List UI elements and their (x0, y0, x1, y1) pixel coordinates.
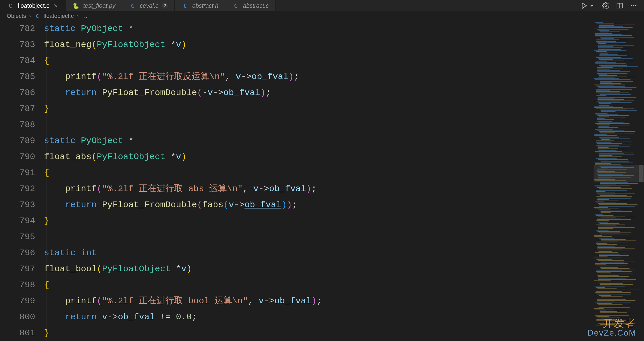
breadcrumb-ellipsis[interactable]: … (82, 13, 88, 19)
settings-button[interactable] (602, 2, 609, 9)
minimap[interactable] (593, 21, 644, 341)
code-line[interactable]: float_bool(PyFloatObject *v) (44, 261, 593, 277)
line-number: 785 (0, 69, 35, 85)
indent-guide (47, 21, 47, 341)
code-line[interactable]: static int (44, 245, 593, 261)
editor-actions (574, 2, 644, 9)
tab-abstract-h[interactable]: Cabstract.h (175, 0, 225, 11)
code-line[interactable]: { (44, 165, 593, 181)
tab-test_float-py[interactable]: 🐍test_float.py (66, 0, 122, 11)
line-number: 794 (0, 213, 35, 229)
code-line[interactable]: } (44, 213, 593, 229)
text-editor[interactable]: 7827837847857867877887897907917927937947… (0, 21, 593, 341)
line-number: 793 (0, 197, 35, 213)
tab-label: floatobject.c (18, 2, 49, 9)
line-number: 788 (0, 117, 35, 133)
code-line[interactable]: return v->ob_fval != 0.0; (44, 309, 593, 325)
line-number: 800 (0, 309, 35, 325)
tab-label: ceval.c (140, 2, 159, 9)
tab-label: abstract.h (192, 2, 218, 9)
editor-area: 7827837847857867877887897907917927937947… (0, 21, 644, 341)
svg-point-7 (633, 5, 634, 6)
code-line[interactable]: printf("%.2lf 正在进行取 bool 运算\n", v->ob_fv… (44, 293, 593, 309)
line-number: 797 (0, 261, 35, 277)
line-number: 799 (0, 293, 35, 309)
line-number: 798 (0, 277, 35, 293)
close-tab-icon[interactable] (53, 3, 59, 9)
breadcrumb-seg-folder[interactable]: Objects (7, 13, 26, 19)
line-number: 790 (0, 149, 35, 165)
tab-label: test_float.py (83, 2, 115, 9)
code-line[interactable]: static PyObject * (44, 21, 593, 37)
scrollbar-thumb[interactable] (639, 165, 643, 182)
tab-abstract-c[interactable]: Cabstract.c (225, 0, 276, 11)
line-number: 786 (0, 85, 35, 101)
c-file-icon: C (34, 13, 40, 19)
code-line[interactable]: return PyFloat_FromDouble(fabs(v->ob_fva… (44, 197, 593, 213)
code-line[interactable]: float_abs(PyFloatObject *v) (44, 149, 593, 165)
c-file-icon: C (232, 2, 239, 9)
svg-point-6 (631, 5, 632, 6)
run-button[interactable] (580, 2, 595, 9)
code-line[interactable]: return PyFloat_FromDouble(-v->ob_fval); (44, 85, 593, 101)
code-line[interactable]: { (44, 53, 593, 69)
code-line[interactable] (44, 229, 593, 245)
tab-bar: Cfloatobject.c🐍test_float.pyCceval.c2Cab… (0, 0, 644, 11)
python-file-icon: 🐍 (72, 2, 80, 9)
dirty-badge: 2 (162, 3, 168, 9)
code-line[interactable] (44, 117, 593, 133)
svg-marker-2 (582, 3, 586, 9)
c-file-icon: C (181, 2, 189, 9)
code-line[interactable]: } (44, 101, 593, 117)
c-file-icon: C (7, 2, 14, 9)
line-number: 796 (0, 245, 35, 261)
chevron-right-icon: › (29, 13, 31, 19)
code-line[interactable]: printf("%.2lf 正在进行取 abs 运算\n", v->ob_fva… (44, 181, 593, 197)
line-number: 795 (0, 229, 35, 245)
code-line[interactable]: } (44, 325, 593, 341)
code-line[interactable]: static PyObject * (44, 133, 593, 149)
line-number: 787 (0, 101, 35, 117)
line-number: 801 (0, 325, 35, 341)
code-line[interactable]: { (44, 277, 593, 293)
c-file-icon: C (129, 2, 136, 9)
tab-ceval-c[interactable]: Cceval.c2 (122, 0, 175, 11)
tabs-container: Cfloatobject.c🐍test_float.pyCceval.c2Cab… (0, 0, 276, 11)
line-number: 782 (0, 21, 35, 37)
line-number: 789 (0, 133, 35, 149)
line-number: 792 (0, 181, 35, 197)
line-number: 791 (0, 165, 35, 181)
breadcrumb-seg-file[interactable]: floatobject.c (43, 13, 74, 19)
code-line[interactable]: printf("%.2lf 正在进行取反运算\n", v->ob_fval); (44, 69, 593, 85)
line-number: 784 (0, 53, 35, 69)
line-number: 783 (0, 37, 35, 53)
line-number-gutter: 7827837847857867877887897907917927937947… (0, 21, 44, 341)
split-editor-button[interactable] (616, 2, 623, 9)
svg-point-3 (605, 5, 607, 7)
code-line[interactable]: float_neg(PyFloatObject *v) (44, 37, 593, 53)
code-content[interactable]: static PyObject *float_neg(PyFloatObject… (44, 21, 593, 341)
breadcrumb[interactable]: Objects › C floatobject.c › … (0, 11, 644, 21)
svg-point-8 (635, 5, 636, 6)
more-actions-button[interactable] (630, 2, 637, 9)
tab-floatobject-c[interactable]: Cfloatobject.c (0, 0, 66, 11)
scrollbar-vertical[interactable] (638, 21, 644, 341)
tab-label: abstract.c (243, 2, 269, 9)
chevron-right-icon: › (77, 13, 79, 19)
